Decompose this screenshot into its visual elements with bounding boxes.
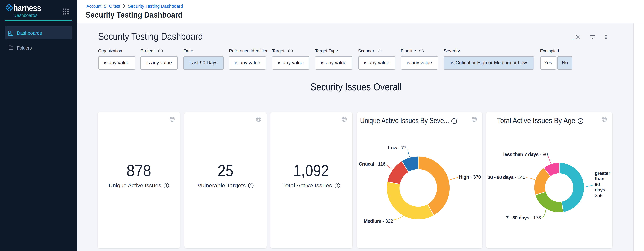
svg-text:1,092: 1,092: [294, 161, 329, 180]
svg-text:Total Active Issues: Total Active Issues: [282, 182, 332, 188]
svg-text:Scanner: Scanner: [358, 48, 374, 53]
svg-text:Folders: Folders: [17, 45, 32, 51]
svg-text:Security Testing Dashboard: Security Testing Dashboard: [98, 31, 203, 42]
svg-text:Target: Target: [272, 48, 284, 53]
svg-text:Exempted: Exempted: [540, 48, 559, 53]
svg-text:Vulnerable Targets: Vulnerable Targets: [198, 182, 246, 188]
svg-text:Severity: Severity: [444, 48, 460, 53]
svg-text:harness: harness: [14, 2, 41, 13]
svg-text:878: 878: [126, 161, 151, 180]
svg-text:Dashboards: Dashboards: [17, 30, 42, 36]
svg-text:Pipeline: Pipeline: [401, 48, 416, 53]
svg-text:Date: Date: [184, 48, 193, 53]
svg-text:25: 25: [218, 161, 234, 180]
svg-text:Project: Project: [140, 48, 154, 53]
svg-text:Security Issues Overall: Security Issues Overall: [310, 81, 402, 92]
svg-text:Reference Identifier: Reference Identifier: [229, 48, 268, 53]
svg-text:Security Testing Dashboard: Security Testing Dashboard: [86, 10, 182, 19]
svg-text:Unique Active Issues By Seve..: Unique Active Issues By Seve...: [360, 116, 449, 125]
svg-text:Target Type: Target Type: [315, 48, 338, 53]
svg-text:Security Testing Dashboard: Security Testing Dashboard: [128, 3, 183, 9]
svg-text:Total Active Issues By Age: Total Active Issues By Age: [497, 116, 575, 125]
svg-text:Account: STO test: Account: STO test: [86, 3, 120, 9]
svg-text:Organization: Organization: [98, 48, 122, 53]
svg-text:Unique Active Issues: Unique Active Issues: [109, 182, 161, 188]
svg-text:Dashboards: Dashboards: [14, 13, 37, 18]
